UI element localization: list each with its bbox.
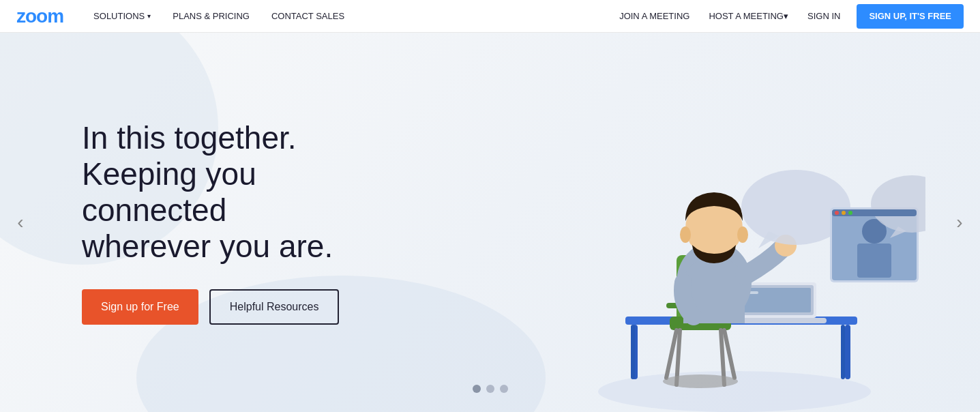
svg-point-18 (663, 374, 738, 388)
nav-left: SOLUTIONS ▾ PLANS & PRICING CONTACT SALE… (85, 0, 611, 33)
nav-join-meeting[interactable]: JOIN A MEETING (611, 0, 698, 33)
helpful-resources-button[interactable]: Helpful Resources (209, 289, 340, 325)
hero-content: In this together. Keeping you connected … (0, 79, 423, 366)
carousel-dot-3[interactable] (500, 385, 508, 393)
carousel-prev-button[interactable]: ‹ (7, 209, 34, 236)
signup-free-button[interactable]: Sign up for Free (82, 289, 198, 325)
nav-host-meeting[interactable]: HOST A MEETING ▾ (700, 0, 797, 33)
svg-point-37 (848, 211, 852, 215)
svg-line-15 (724, 330, 734, 378)
navbar: zoom SOLUTIONS ▾ PLANS & PRICING CONTACT… (0, 0, 980, 33)
nav-right: JOIN A MEETING HOST A MEETING ▾ SIGN IN … (611, 0, 964, 33)
carousel-next-button[interactable]: › (946, 209, 973, 236)
signup-button[interactable]: SIGN UP, IT'S FREE (857, 4, 964, 29)
nav-contact-sales[interactable]: CONTACT SALES (263, 0, 353, 33)
carousel-dot-1[interactable] (473, 385, 481, 393)
nav-solutions[interactable]: SOLUTIONS ▾ (85, 0, 159, 33)
chevron-down-icon: ▾ (147, 12, 151, 20)
logo[interactable]: zoom (16, 5, 63, 27)
svg-point-23 (680, 226, 691, 243)
nav-plans[interactable]: PLANS & PRICING (164, 0, 258, 33)
svg-point-24 (737, 226, 748, 243)
svg-rect-3 (845, 325, 850, 379)
carousel-dots (473, 385, 508, 393)
svg-point-36 (842, 211, 846, 215)
illustration-svg (571, 71, 925, 412)
hero-title: In this together. Keeping you connected … (82, 120, 341, 265)
hero-section: ‹ In this together. Keeping you connecte… (0, 33, 980, 412)
carousel-dot-2[interactable] (486, 385, 494, 393)
logo-text: zoom (16, 5, 63, 27)
nav-sign-in[interactable]: SIGN IN (799, 0, 848, 33)
svg-rect-31 (857, 244, 891, 278)
hero-buttons: Sign up for Free Helpful Resources (82, 289, 341, 325)
svg-point-35 (835, 211, 839, 215)
chevron-down-icon: ▾ (784, 11, 788, 21)
svg-rect-5 (841, 325, 845, 379)
svg-rect-4 (631, 325, 635, 379)
svg-line-14 (666, 330, 677, 378)
hero-illustration (571, 71, 925, 412)
